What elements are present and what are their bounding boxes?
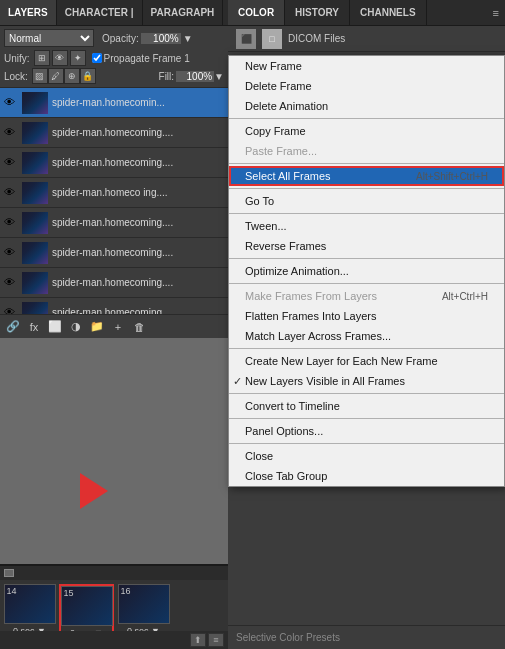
adjust-icon[interactable]: ◑ (67, 318, 85, 336)
layer-item[interactable]: 👁 spider-man.homeco ing.... (0, 178, 228, 208)
tab-paragraph[interactable]: PARAGRAPH (143, 0, 224, 25)
dicom-bar: ⬛ □ DICOM Files (228, 26, 505, 52)
dicom-icon: ⬛ (236, 29, 256, 49)
layer-item-with-arrow[interactable]: 👁 spider-man.homecoming.... (0, 208, 228, 238)
menu-go-to[interactable]: Go To (229, 191, 504, 211)
context-menu: New Frame Delete Frame Delete Animation … (228, 55, 505, 487)
menu-paste-frame[interactable]: Paste Frame... (229, 141, 504, 161)
menu-make-frames-from-layers[interactable]: Make Frames From Layers Alt+Ctrl+H (229, 286, 504, 306)
unify-icon-1[interactable]: ⊞ (34, 50, 50, 66)
opacity-arrow[interactable]: ▼ (183, 33, 193, 44)
frame-item[interactable]: 14 0 sec.▼ (2, 584, 57, 631)
eye-icon[interactable]: 👁 (4, 306, 18, 315)
frame-item[interactable]: 16 0 sec.▼ (116, 584, 171, 631)
layer-name: spider-man.homecoming.... (52, 217, 224, 228)
tab-color[interactable]: COLOR (228, 0, 285, 25)
tab-channels[interactable]: CHANNELS (350, 0, 427, 25)
menu-match-layer[interactable]: Match Layer Across Frames... (229, 326, 504, 346)
tab-character[interactable]: CHARACTER | (57, 0, 143, 25)
filmstrip-btn-1[interactable]: ⬆ (190, 633, 206, 647)
menu-separator (229, 418, 504, 419)
fill-label: Fill: (159, 71, 175, 82)
left-tab-bar: LAYERS CHARACTER | PARAGRAPH (0, 0, 228, 26)
layers-list: 👁 spider-man.homecomin... 👁 spider-man.h… (0, 88, 228, 314)
fill-arrow[interactable]: ▼ (214, 71, 224, 82)
unify-icon-3[interactable]: ✦ (70, 50, 86, 66)
layer-item[interactable]: 👁 spider-man.homecoming.... (0, 118, 228, 148)
scroll-indicator (4, 569, 14, 577)
mask-icon[interactable]: ⬜ (46, 318, 64, 336)
menu-reverse-frames[interactable]: Reverse Frames (229, 236, 504, 256)
selective-color-bar: Selective Color Presets (228, 625, 505, 649)
menu-convert-timeline[interactable]: Convert to Timeline (229, 396, 504, 416)
tab-history[interactable]: HISTORY (285, 0, 350, 25)
folder-icon[interactable]: 📁 (88, 318, 106, 336)
panel-menu-icon[interactable]: ≡ (487, 0, 505, 25)
menu-panel-options[interactable]: Panel Options... (229, 421, 504, 441)
menu-close[interactable]: Close (229, 446, 504, 466)
menu-select-all-frames[interactable]: Select All Frames Alt+Shift+Ctrl+H (229, 166, 504, 186)
eye-icon[interactable]: 👁 (4, 216, 18, 230)
lock-image[interactable]: 🖊 (48, 68, 64, 84)
filmstrip-controls: ⬆ ≡ (190, 633, 224, 647)
menu-separator (229, 118, 504, 119)
eye-icon[interactable]: 👁 (4, 156, 18, 170)
layer-item[interactable]: 👁 spider-man.homecoming.... (0, 238, 228, 268)
selective-color-text: Selective Color Presets (236, 632, 340, 643)
frame-number: 15 (64, 588, 74, 598)
tab-layers[interactable]: LAYERS (0, 0, 57, 25)
propagate-checkbox[interactable]: Propagate Frame 1 (92, 53, 190, 64)
shortcut-make-frames: Alt+Ctrl+H (422, 291, 488, 302)
layers-toolbar: 🔗 fx ⬜ ◑ 📁 + 🗑 (0, 314, 228, 338)
layer-name: spider-man.homecoming.... (52, 247, 224, 258)
menu-separator (229, 443, 504, 444)
left-panel: LAYERS CHARACTER | PARAGRAPH Normal Opac… (0, 0, 228, 649)
filmstrip-scrollbar[interactable] (0, 566, 228, 580)
layer-name: spider-man.homecoming.... (52, 307, 224, 314)
layer-name: spider-man.homecoming.... (52, 277, 224, 288)
eye-icon[interactable]: 👁 (4, 276, 18, 290)
layer-item[interactable]: 👁 spider-man.homecoming.... (0, 268, 228, 298)
menu-copy-frame[interactable]: Copy Frame (229, 121, 504, 141)
fx-icon[interactable]: fx (25, 318, 43, 336)
link-icon[interactable]: 🔗 (4, 318, 22, 336)
frame-item[interactable]: 15 0 sec.▼ (59, 584, 114, 631)
eye-icon[interactable]: 👁 (4, 186, 18, 200)
unify-label: Unify: (4, 53, 30, 64)
menu-flatten-frames[interactable]: Flatten Frames Into Layers (229, 306, 504, 326)
lock-position[interactable]: ⊕ (64, 68, 80, 84)
lock-all[interactable]: 🔒 (80, 68, 96, 84)
menu-close-tab-group[interactable]: Close Tab Group (229, 466, 504, 486)
layer-item[interactable]: 👁 spider-man.homecoming.... (0, 148, 228, 178)
filmstrip-btn-2[interactable]: ≡ (208, 633, 224, 647)
menu-optimize-animation[interactable]: Optimize Animation... (229, 261, 504, 281)
menu-separator (229, 188, 504, 189)
lock-transparent[interactable]: ▨ (32, 68, 48, 84)
menu-separator (229, 283, 504, 284)
delete-layer-icon[interactable]: 🗑 (130, 318, 148, 336)
fill-input[interactable] (176, 71, 214, 82)
layer-name: spider-man.homeco ing.... (52, 187, 224, 198)
layer-item[interactable]: 👁 spider-man.homecoming.... (0, 298, 228, 314)
right-tab-bar: COLOR HISTORY CHANNELS ≡ (228, 0, 505, 26)
shortcut-select-all: Alt+Shift+Ctrl+H (396, 171, 488, 182)
frame-thumbnail: 15 (61, 586, 113, 626)
menu-new-frame[interactable]: New Frame (229, 56, 504, 76)
filmstrip-arrow-wrapper (80, 473, 108, 509)
filmstrip-bottom-bar: ⬆ ≡ (0, 631, 228, 649)
menu-create-new-layer[interactable]: Create New Layer for Each New Frame (229, 351, 504, 371)
eye-icon[interactable]: 👁 (4, 96, 18, 110)
menu-new-layers-visible[interactable]: ✓ New Layers Visible in All Frames (229, 371, 504, 391)
layer-name: spider-man.homecomin... (52, 97, 224, 108)
unify-icon-2[interactable]: 👁 (52, 50, 68, 66)
opacity-input[interactable] (141, 33, 181, 44)
eye-icon[interactable]: 👁 (4, 126, 18, 140)
layer-name: spider-man.homecoming.... (52, 157, 224, 168)
menu-delete-frame[interactable]: Delete Frame (229, 76, 504, 96)
menu-tween[interactable]: Tween... (229, 216, 504, 236)
eye-icon[interactable]: 👁 (4, 246, 18, 260)
layer-item[interactable]: 👁 spider-man.homecomin... (0, 88, 228, 118)
menu-delete-animation[interactable]: Delete Animation (229, 96, 504, 116)
new-layer-icon[interactable]: + (109, 318, 127, 336)
blend-mode-select[interactable]: Normal (4, 29, 94, 47)
